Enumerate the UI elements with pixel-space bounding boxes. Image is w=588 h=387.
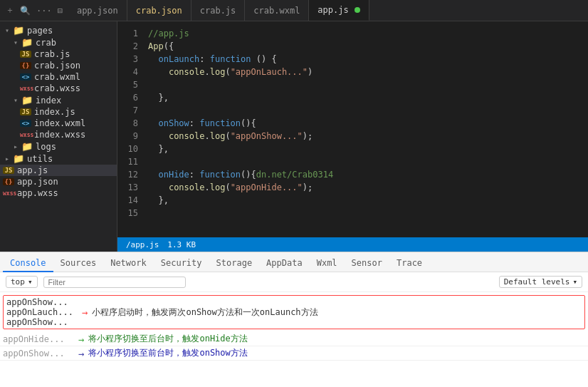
code-line: console.log("appOnLauch..."): [148, 66, 588, 78]
editor: 123456789101112131415 //app.jsApp({ onLa…: [117, 21, 588, 252]
console-arrow-icon: →: [82, 306, 88, 318]
devtools-tab-appdata[interactable]: AppData: [259, 255, 310, 272]
folder-icon: 📁: [13, 153, 24, 164]
token-fn: App: [148, 41, 164, 51]
file-badge-wxss: wxss: [20, 132, 31, 138]
token-punc: (: [225, 67, 230, 77]
sidebar-label: index.wxss: [34, 130, 85, 140]
sidebar-item-index[interactable]: ▾📁index: [0, 94, 117, 106]
token-punc: [148, 118, 158, 128]
tab-app-json[interactable]: app.json: [68, 0, 127, 21]
token-str: "appOnShow...": [231, 131, 303, 141]
folder-icon: 📁: [21, 37, 33, 48]
devtools-tab-wxml[interactable]: Wxml: [310, 255, 345, 272]
sidebar-item-crab-json[interactable]: {}crab.json: [0, 60, 117, 71]
console-group-texts: appOnShow...appOnLauch...appOnShow...: [6, 297, 78, 327]
token-punc: () {: [251, 54, 277, 64]
code-line: [148, 155, 588, 168]
sidebar-item-index-wxss[interactable]: wxssindex.wxss: [0, 129, 117, 140]
devtools-tab-network[interactable]: Network: [103, 255, 154, 272]
folder-icon: 📁: [21, 141, 33, 152]
tab-app-js[interactable]: app.js: [309, 0, 369, 21]
sidebar-label: index.wxml: [34, 118, 85, 128]
folder-icon: 📁: [21, 95, 33, 105]
token-punc: },: [148, 93, 169, 103]
sidebar-item-pages[interactable]: ▾📁pages: [0, 24, 117, 36]
sidebar-label: crab.wxss: [34, 83, 80, 93]
token-punc: [148, 67, 169, 77]
folder-arrow-icon: ▸: [11, 143, 20, 151]
code-line: //app.js: [148, 27, 588, 40]
main-area: ▾📁pages▾📁crabJScrab.js{}crab.json<>crab.…: [0, 21, 588, 252]
token-cm: dn.net/Crab0314: [256, 170, 333, 180]
devtools-tab-storage[interactable]: Storage: [209, 255, 260, 272]
sidebar-label: index: [36, 96, 61, 105]
line-number: 9: [117, 130, 138, 143]
token-fn: console: [169, 182, 205, 192]
devtools-tab-security[interactable]: Security: [154, 255, 209, 272]
collapse-icon[interactable]: ⊟: [58, 6, 63, 16]
sidebar-item-app-wxss[interactable]: wxssapp.wxss: [0, 187, 117, 199]
file-badge-wxss: wxss: [20, 86, 31, 92]
devtools-tab-sensor[interactable]: Sensor: [345, 255, 389, 272]
console-message: 将小程序切换至后台时，触发onHide方法: [88, 333, 247, 345]
line-number: 12: [117, 168, 138, 181]
token-punc: :: [199, 54, 209, 64]
token-punc: :: [189, 118, 199, 128]
devtools-tab-sources[interactable]: Sources: [53, 255, 104, 272]
line-number: 7: [117, 104, 138, 117]
token-kw: onHide: [158, 170, 189, 180]
token-punc: .: [204, 67, 209, 77]
token-punc: [148, 54, 158, 64]
console-message: 将小程序切换至前台时，触发onShow方法: [88, 347, 247, 359]
token-fn: console: [169, 67, 205, 77]
top-bar: ＋ 🔍 ··· ⊟ app.jsoncrab.jsoncrab.jscrab.w…: [0, 0, 588, 21]
level-arrow-icon: ▾: [572, 277, 577, 287]
devtools-tab-trace[interactable]: Trace: [389, 255, 429, 272]
add-icon[interactable]: ＋: [6, 4, 14, 16]
token-punc: (){: [241, 118, 256, 128]
tab-crab-wxml[interactable]: crab.wxml: [245, 0, 309, 21]
sidebar-item-logs[interactable]: ▸📁logs: [0, 140, 117, 153]
sidebar-item-app-json[interactable]: {}app.json: [0, 176, 117, 187]
line-number: 5: [117, 78, 138, 91]
line-number: 13: [117, 181, 138, 194]
filter-input[interactable]: [43, 277, 186, 288]
footer-size: 1.3 KB: [167, 240, 196, 249]
line-number: 6: [117, 91, 138, 104]
code-content[interactable]: //app.jsApp({ onLaunch: function () { co…: [142, 21, 588, 237]
sidebar-item-index-wxml[interactable]: <>index.wxml: [0, 118, 117, 129]
folder-arrow-icon: ▾: [11, 96, 20, 105]
line-number: 1: [117, 27, 138, 40]
tab-crab-json[interactable]: crab.json: [127, 0, 191, 21]
token-punc: },: [148, 144, 169, 154]
sidebar-item-app-js[interactable]: JSapp.js: [0, 165, 117, 176]
sidebar-item-crab[interactable]: ▾📁crab: [0, 36, 117, 48]
sidebar-item-utils[interactable]: ▸📁utils: [0, 153, 117, 165]
console-item: appOnShow...: [6, 297, 78, 307]
sidebar-label: utils: [27, 154, 53, 164]
line-numbers: 123456789101112131415: [117, 21, 142, 237]
sidebar-item-index-js[interactable]: JSindex.js: [0, 106, 117, 118]
sidebar-item-crab-wxss[interactable]: wxsscrab.wxss: [0, 83, 117, 94]
sidebar-label: app.js: [17, 165, 48, 175]
file-badge-json: {}: [20, 62, 31, 69]
line-number: 4: [117, 66, 138, 78]
devtools: ConsoleSourcesNetworkSecurityStorageAppD…: [0, 252, 588, 387]
token-kw: function: [199, 170, 241, 180]
tab-crab-js[interactable]: crab.js: [191, 0, 246, 21]
folder-arrow-icon: ▸: [3, 155, 11, 163]
token-punc: [148, 170, 158, 180]
context-select[interactable]: top ▾: [6, 276, 38, 288]
line-number: 2: [117, 40, 138, 53]
search-icon[interactable]: 🔍: [20, 6, 31, 16]
level-select[interactable]: Default levels ▾: [499, 276, 582, 288]
sidebar-item-crab-js[interactable]: JScrab.js: [0, 48, 117, 60]
more-icon[interactable]: ···: [36, 6, 52, 16]
file-badge-json: {}: [3, 178, 14, 185]
console-output: appOnShow...appOnLauch...appOnShow...→小程…: [0, 292, 588, 387]
token-fn: console: [169, 131, 205, 141]
line-number: 3: [117, 53, 138, 66]
sidebar-item-crab-wxml[interactable]: <>crab.wxml: [0, 71, 117, 83]
devtools-tab-console[interactable]: Console: [3, 255, 53, 272]
